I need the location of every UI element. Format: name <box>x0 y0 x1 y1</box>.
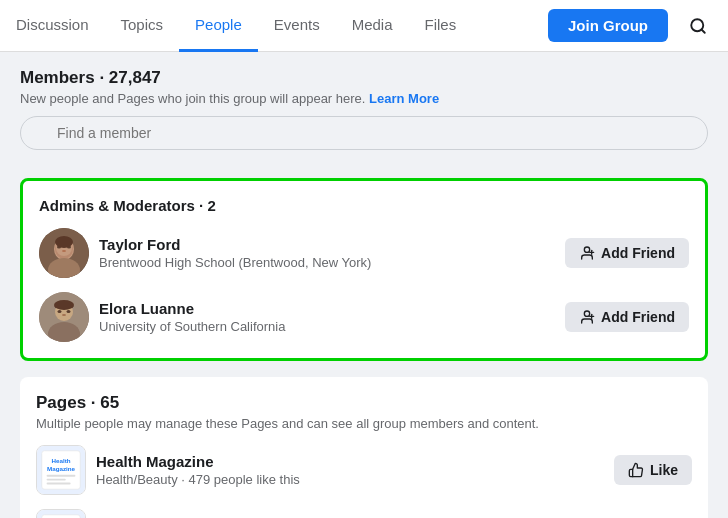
search-button[interactable] <box>680 8 716 44</box>
svg-point-11 <box>62 250 66 252</box>
nav-bar: Discussion Topics People Events Media Fi… <box>0 0 728 52</box>
page-row: Health Magazine Health Magazine Health/B… <box>36 445 692 495</box>
svg-rect-32 <box>47 482 71 484</box>
svg-point-19 <box>58 310 62 313</box>
member-name: Taylor Ford <box>99 236 565 253</box>
pages-subtitle: Multiple people may manage these Pages a… <box>36 416 692 431</box>
add-friend-button-elora[interactable]: Add Friend <box>565 302 689 332</box>
avatar <box>39 228 89 278</box>
tab-discussion[interactable]: Discussion <box>12 0 105 52</box>
member-row: Taylor Ford Brentwood High School (Brent… <box>39 228 689 278</box>
svg-line-1 <box>701 29 704 32</box>
learn-more-link[interactable]: Learn More <box>369 91 439 106</box>
add-friend-button-taylor[interactable]: Add Friend <box>565 238 689 268</box>
members-title: Members · 27,847 <box>20 68 708 88</box>
pages-title: Pages · 65 <box>36 393 692 413</box>
member-row: Elora Luanne University of Southern Cali… <box>39 292 689 342</box>
join-group-button[interactable]: Join Group <box>548 9 668 42</box>
add-friend-icon <box>579 309 595 325</box>
find-member-input[interactable] <box>20 116 708 150</box>
member-name: Elora Luanne <box>99 300 565 317</box>
members-subtitle: New people and Pages who join this group… <box>20 91 708 106</box>
member-detail: University of Southern California <box>99 319 565 334</box>
page-detail: Health/Beauty · 479 people like this <box>96 472 614 487</box>
like-button-health[interactable]: Like <box>614 455 692 485</box>
add-friend-icon <box>579 245 595 261</box>
like-icon <box>628 462 644 478</box>
members-header: Members · 27,847 New people and Pages wh… <box>20 68 708 106</box>
svg-point-22 <box>54 300 74 310</box>
member-info: Elora Luanne University of Southern Cali… <box>99 300 565 334</box>
svg-point-13 <box>584 247 589 252</box>
page-info: Health Magazine Health/Beauty · 479 peop… <box>96 453 614 487</box>
page-avatar: Health Magazine <box>36 445 86 495</box>
svg-rect-30 <box>47 475 76 477</box>
tab-events[interactable]: Events <box>258 0 336 52</box>
svg-point-23 <box>584 311 589 316</box>
tab-media[interactable]: Media <box>336 0 409 52</box>
member-info: Taylor Ford Brentwood High School (Brent… <box>99 236 565 270</box>
avatar <box>39 292 89 342</box>
svg-text:Health: Health <box>51 457 70 464</box>
tab-people[interactable]: People <box>179 0 258 52</box>
pages-section: Pages · 65 Multiple people may manage th… <box>20 377 708 518</box>
admins-title: Admins & Moderators · 2 <box>39 197 689 214</box>
page-row: Love Brain Dtl Community Organization · … <box>36 509 692 518</box>
svg-point-12 <box>55 236 73 248</box>
svg-rect-31 <box>47 479 66 481</box>
search-icon <box>689 17 707 35</box>
svg-point-20 <box>67 310 71 313</box>
page-avatar <box>36 509 86 518</box>
main-content: Members · 27,847 New people and Pages wh… <box>0 52 728 518</box>
find-member-wrapper <box>20 116 708 164</box>
tab-files[interactable]: Files <box>409 0 473 52</box>
tab-topics[interactable]: Topics <box>105 0 180 52</box>
member-detail: Brentwood High School (Brentwood, New Yo… <box>99 255 565 270</box>
nav-tabs: Discussion Topics People Events Media Fi… <box>12 0 548 52</box>
admins-box: Admins & Moderators · 2 <box>20 178 708 361</box>
page-name: Health Magazine <box>96 453 614 470</box>
svg-point-21 <box>62 314 66 316</box>
svg-text:Magazine: Magazine <box>47 465 76 472</box>
